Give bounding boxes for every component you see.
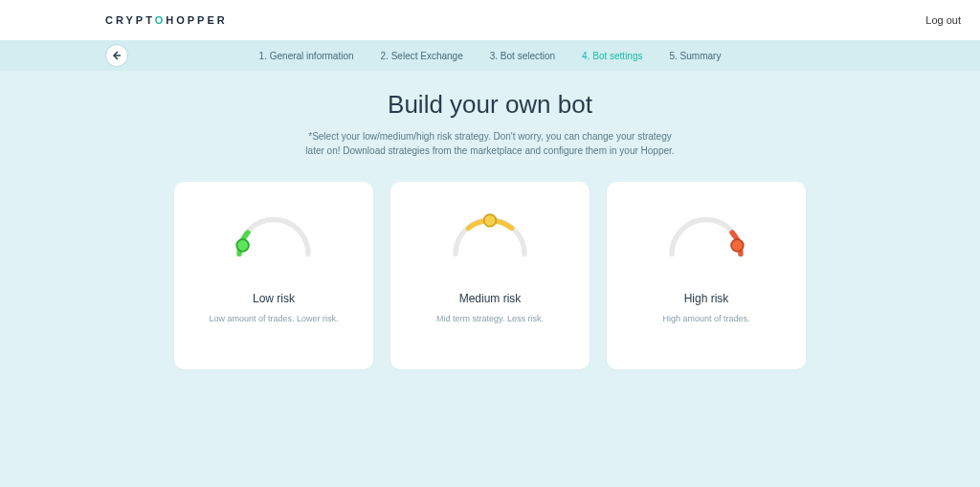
step-bot-selection[interactable]: 3. Bot selection bbox=[490, 51, 555, 61]
svg-point-2 bbox=[731, 239, 744, 252]
svg-point-0 bbox=[236, 239, 249, 252]
card-title: Low risk bbox=[253, 292, 295, 305]
step-bot-settings[interactable]: 4. Bot settings bbox=[582, 51, 642, 61]
card-desc: Mid term strategy. Less risk. bbox=[436, 313, 544, 326]
card-title: Medium risk bbox=[459, 292, 522, 305]
gauge-high-icon bbox=[663, 210, 749, 263]
card-desc: Low amount of trades. Lower risk. bbox=[209, 313, 338, 326]
card-title: High risk bbox=[684, 292, 729, 305]
step-general-info[interactable]: 1. General information bbox=[259, 51, 354, 61]
back-button[interactable] bbox=[105, 44, 128, 67]
card-medium-risk[interactable]: Medium risk Mid term strategy. Less risk… bbox=[390, 182, 590, 369]
step-bar: 1. General information 2. Select Exchang… bbox=[0, 40, 980, 71]
topbar: CRYPTOHOPPER Log out bbox=[0, 0, 980, 40]
arrow-left-icon bbox=[112, 51, 122, 60]
gauge-medium-icon bbox=[447, 210, 533, 263]
svg-point-1 bbox=[484, 214, 497, 227]
step-summary[interactable]: 5. Summary bbox=[669, 51, 721, 61]
card-desc: High amount of trades. bbox=[662, 313, 749, 326]
wizard-steps: 1. General information 2. Select Exchang… bbox=[259, 51, 722, 61]
logout-link[interactable]: Log out bbox=[925, 14, 961, 26]
logo: CRYPTOHOPPER bbox=[105, 14, 228, 26]
step-select-exchange[interactable]: 2. Select Exchange bbox=[381, 51, 463, 61]
card-low-risk[interactable]: Low risk Low amount of trades. Lower ris… bbox=[174, 182, 373, 369]
card-high-risk[interactable]: High risk High amount of trades. bbox=[607, 182, 806, 369]
main-content: Build your own bot *Select your low/medi… bbox=[0, 71, 980, 487]
gauge-low-icon bbox=[231, 210, 317, 263]
page-title: Build your own bot bbox=[0, 90, 980, 120]
risk-cards: Low risk Low amount of trades. Lower ris… bbox=[0, 182, 980, 369]
page-subtitle: *Select your low/medium/high risk strate… bbox=[299, 129, 681, 158]
